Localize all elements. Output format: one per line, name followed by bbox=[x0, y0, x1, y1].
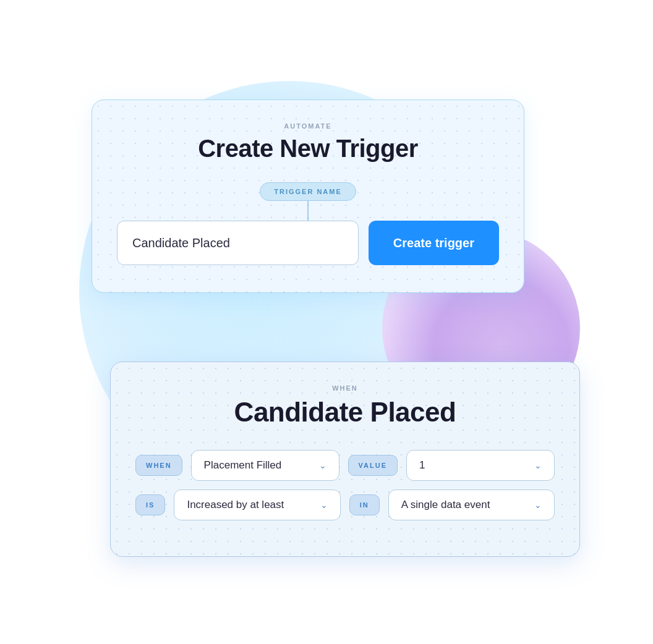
is-badge: IS bbox=[135, 494, 165, 515]
scene: AUTOMATE Create New Trigger TRIGGER NAME… bbox=[73, 69, 580, 575]
condition-row-2: IS Increased by at least ⌄ IN A single d… bbox=[135, 489, 555, 520]
trigger-name-pill: TRIGGER NAME bbox=[260, 182, 356, 201]
increased-by-dropdown[interactable]: Increased by at least ⌄ bbox=[174, 489, 340, 520]
single-data-event-dropdown[interactable]: A single data event ⌄ bbox=[388, 489, 555, 520]
when-badge: WHEN bbox=[135, 455, 182, 476]
chevron-down-icon: ⌄ bbox=[319, 460, 326, 470]
trigger-name-badge-container: TRIGGER NAME bbox=[117, 182, 499, 201]
create-trigger-title: Create New Trigger bbox=[117, 135, 499, 163]
trigger-name-input[interactable]: Candidate Placed bbox=[117, 221, 359, 265]
value-dropdown[interactable]: 1 ⌄ bbox=[406, 450, 555, 481]
chevron-down-icon-4: ⌄ bbox=[534, 500, 542, 510]
connector-line bbox=[307, 201, 309, 221]
placement-filled-dropdown[interactable]: Placement Filled ⌄ bbox=[191, 450, 339, 481]
when-label: WHEN bbox=[135, 384, 555, 392]
create-trigger-button[interactable]: Create trigger bbox=[369, 221, 499, 265]
when-title: Candidate Placed bbox=[135, 397, 555, 428]
in-badge: IN bbox=[349, 494, 380, 515]
card-when: WHEN Candidate Placed WHEN Placement Fil… bbox=[110, 362, 580, 557]
chevron-down-icon-3: ⌄ bbox=[320, 500, 328, 510]
card-create-trigger: AUTOMATE Create New Trigger TRIGGER NAME… bbox=[92, 100, 524, 293]
value-badge: VALUE bbox=[348, 455, 398, 476]
condition-row-1: WHEN Placement Filled ⌄ VALUE 1 ⌄ bbox=[135, 450, 555, 481]
automate-label: AUTOMATE bbox=[117, 122, 499, 130]
chevron-down-icon-2: ⌄ bbox=[534, 460, 542, 470]
trigger-input-row: Candidate Placed Create trigger bbox=[117, 221, 499, 265]
